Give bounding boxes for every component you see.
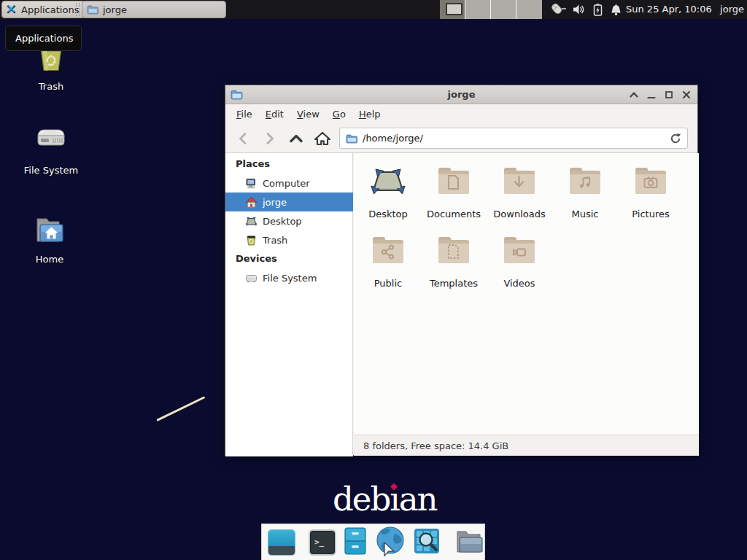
folder-view[interactable]: Desktop Documents [354, 153, 699, 435]
back-icon[interactable] [233, 130, 252, 147]
sidebar-item-trash[interactable]: Trash [225, 230, 353, 249]
folder-item-music[interactable]: Music [552, 164, 618, 219]
terminal-icon: >_ [314, 537, 324, 547]
drive-icon [245, 272, 258, 284]
menu-edit[interactable]: Edit [259, 106, 290, 122]
panel-clock[interactable]: Sun 25 Apr, 10:06 [626, 0, 712, 19]
folder-item-label: Pictures [618, 209, 684, 219]
desktop: ×× Applications jorge [0, 0, 747, 560]
folder-item-videos[interactable]: Videos [487, 233, 552, 289]
desktop-icon-home[interactable]: Home [15, 212, 85, 265]
menu-help[interactable]: Help [352, 106, 387, 122]
tooltip-text: Applications [15, 33, 73, 44]
home-icon [245, 196, 258, 209]
workspace-4[interactable] [516, 0, 542, 19]
folder-stack-icon [454, 527, 484, 555]
sidebar-item-label: Computer [263, 178, 310, 189]
workspace-window-thumb [446, 3, 462, 15]
globe-icon [374, 525, 406, 557]
computer-icon [245, 177, 258, 190]
video-glyph-icon [502, 233, 537, 267]
minimize-icon[interactable] [646, 90, 657, 100]
panel-handle[interactable] [76, 3, 80, 16]
show-desktop-icon [268, 530, 295, 546]
sidebar-item-label: Trash [263, 235, 287, 246]
notifications-icon[interactable] [610, 4, 622, 16]
path-bar[interactable]: /home/jorge/ [339, 128, 688, 149]
stray-line-artifact [156, 396, 205, 421]
folder-item-downloads[interactable]: Downloads [487, 164, 552, 219]
sidebar-item-file-system[interactable]: File System [225, 268, 353, 287]
folder-item-public[interactable]: Public [355, 233, 421, 289]
reload-icon[interactable] [670, 133, 681, 144]
close-icon[interactable] [681, 90, 692, 100]
top-panel: ×× Applications jorge [0, 0, 747, 19]
workspace-3[interactable] [491, 0, 516, 19]
app-finder-launcher[interactable] [413, 527, 441, 558]
folder-item-label: Music [552, 209, 618, 219]
taskbar-window-button[interactable]: jorge [82, 1, 226, 18]
directory-menu-launcher[interactable] [454, 527, 484, 558]
home-icon[interactable] [313, 130, 332, 147]
shade-icon[interactable] [629, 90, 639, 100]
up-icon[interactable] [287, 130, 306, 147]
battery-icon[interactable] [592, 4, 603, 16]
toolbar: /home/jorge/ [225, 123, 697, 153]
folder-item-label: Desktop [355, 209, 421, 219]
template-glyph-icon [436, 233, 471, 267]
folder-item-templates[interactable]: Templates [421, 233, 487, 289]
panel-user-actions[interactable]: jorge [720, 0, 744, 19]
folder-item-label: Templates [421, 278, 487, 289]
workspace-2[interactable] [465, 0, 491, 19]
titlebar[interactable]: jorge [225, 85, 697, 104]
folder-item-label: Videos [487, 278, 552, 289]
applications-tooltip: Applications [5, 26, 82, 51]
system-tray [547, 1, 622, 18]
sidebar-item-label: Desktop [263, 216, 302, 227]
xfce-logo-icon: ×× [5, 3, 18, 16]
file-manager-launcher[interactable] [343, 526, 368, 559]
drive-icon [34, 123, 69, 158]
menu-view[interactable]: View [290, 106, 326, 122]
sidebar-item-desktop[interactable]: Desktop [225, 211, 353, 230]
camera-glyph-icon [633, 164, 668, 198]
workspace-switcher[interactable] [440, 0, 542, 19]
mouse-icon[interactable] [547, 1, 566, 18]
debian-wallpaper-logo: debıan [333, 481, 436, 518]
music-glyph-icon [568, 164, 603, 198]
home-folder-icon [32, 212, 67, 247]
applications-menu-button[interactable]: ×× Applications [1, 1, 85, 18]
menubar: File Edit View Go Help [225, 105, 697, 123]
folder-item-documents[interactable]: Documents [421, 164, 487, 219]
desktop-icon-label: File System [16, 165, 86, 176]
sidebar-item-jorge[interactable]: jorge [225, 192, 353, 211]
folder-item-pictures[interactable]: Pictures [618, 164, 684, 219]
maximize-icon[interactable] [664, 90, 674, 100]
taskbar-window-label: jorge [103, 4, 127, 15]
sidebar-item-computer[interactable]: Computer [225, 174, 353, 192]
dock-panel: >_ [261, 524, 485, 560]
terminal-launcher[interactable]: >_ [309, 529, 336, 556]
menu-file[interactable]: File [230, 106, 259, 122]
file-cabinet-icon [343, 526, 368, 556]
folder-item-label: Public [355, 278, 421, 289]
desktop-icon-file-system[interactable]: File System [16, 123, 86, 176]
web-browser-launcher[interactable] [374, 525, 406, 560]
desktop-icon-label: Home [15, 254, 85, 265]
sidebar-item-label: jorge [263, 197, 287, 208]
desktop-icon-label: Trash [16, 81, 86, 92]
logo-i: ı [390, 481, 398, 518]
menu-go[interactable]: Go [326, 106, 352, 122]
desktop-icon [245, 215, 258, 228]
trash-icon [245, 234, 258, 246]
folder-item-label: Documents [421, 209, 487, 219]
workspace-1[interactable] [440, 0, 465, 19]
volume-icon[interactable] [573, 4, 586, 15]
forward-icon[interactable] [260, 130, 279, 147]
sidebar-item-label: File System [263, 273, 317, 284]
statusbar-text: 8 folders, Free space: 14.4 GiB [363, 440, 508, 451]
show-desktop-button[interactable] [268, 529, 295, 556]
logo-text: an [399, 480, 437, 518]
folder-item-desktop[interactable]: Desktop [355, 164, 421, 219]
path-input[interactable]: /home/jorge/ [363, 133, 670, 144]
